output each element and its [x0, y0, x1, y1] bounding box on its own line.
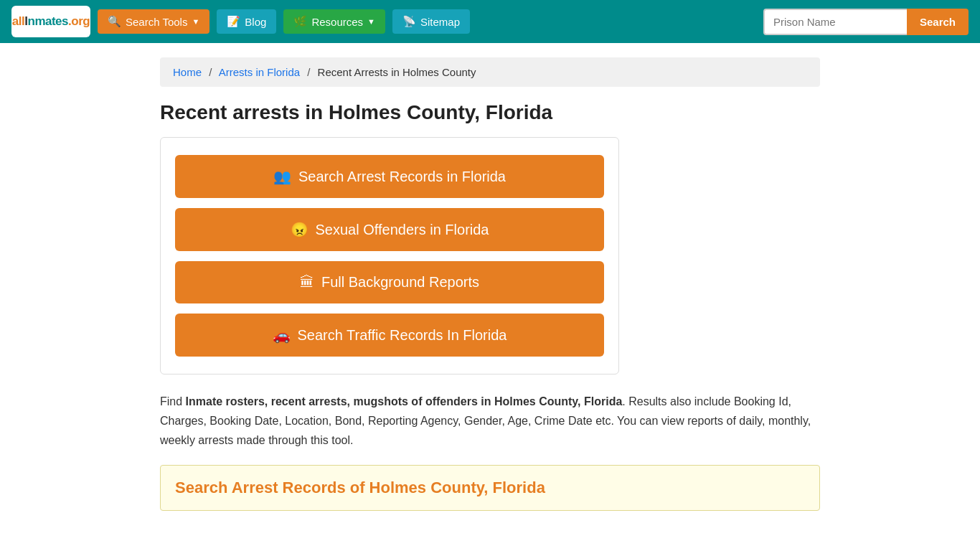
action-buttons-card: 👥 Search Arrest Records in Florida 😠 Sex…: [160, 137, 619, 375]
sexual-offenders-button[interactable]: 😠 Sexual Offenders in Florida: [175, 208, 604, 251]
prison-search-button[interactable]: Search: [907, 9, 969, 35]
search-tools-icon: 🔍: [108, 15, 121, 28]
breadcrumb-arrests[interactable]: Arrests in Florida: [219, 66, 300, 78]
background-reports-button[interactable]: 🏛 Full Background Reports: [175, 261, 604, 303]
resources-icon: 🌿: [293, 15, 307, 28]
breadcrumb-current: Recent Arrests in Holmes County: [318, 66, 476, 78]
blog-button[interactable]: 📝 Blog: [217, 9, 276, 34]
description-bold: Inmate rosters, recent arrests, mugshots…: [186, 395, 623, 408]
search-tools-arrow: ▼: [192, 17, 199, 26]
resources-button[interactable]: 🌿 Resources ▼: [283, 9, 385, 34]
sitemap-button[interactable]: 📡 Sitemap: [392, 9, 470, 34]
background-reports-label: Full Background Reports: [321, 274, 479, 291]
traffic-records-button[interactable]: 🚗 Search Traffic Records In Florida: [175, 314, 604, 357]
breadcrumb: Home / Arrests in Florida / Recent Arres…: [160, 57, 820, 87]
search-section: Search Arrest Records of Holmes County, …: [160, 465, 820, 511]
search-tools-label: Search Tools: [126, 16, 187, 28]
site-header: allInmates.org 🔍 Search Tools ▼ 📝 Blog 🌿…: [0, 0, 980, 43]
resources-label: Resources: [311, 16, 363, 28]
search-tools-button[interactable]: 🔍 Search Tools ▼: [98, 9, 209, 34]
breadcrumb-home[interactable]: Home: [173, 66, 202, 78]
resources-arrow: ▼: [367, 17, 375, 26]
breadcrumb-sep-1: /: [209, 66, 212, 78]
arrest-records-label: Search Arrest Records in Florida: [298, 169, 506, 185]
search-button-label: Search: [920, 16, 956, 28]
blog-label: Blog: [245, 16, 266, 28]
breadcrumb-sep-2: /: [307, 66, 310, 78]
prison-search-bar: Search: [763, 9, 969, 35]
sitemap-icon: 📡: [402, 15, 416, 28]
background-reports-icon: 🏛: [300, 274, 314, 291]
prison-search-input[interactable]: [763, 9, 907, 35]
sexual-offenders-icon: 😠: [291, 221, 308, 238]
logo-org: org: [71, 14, 90, 29]
site-logo[interactable]: allInmates.org: [11, 6, 90, 37]
traffic-records-label: Search Traffic Records In Florida: [298, 327, 507, 344]
search-section-title: Search Arrest Records of Holmes County, …: [175, 479, 805, 497]
traffic-records-icon: 🚗: [273, 326, 291, 344]
sexual-offenders-label: Sexual Offenders in Florida: [316, 222, 489, 238]
description-intro: Find: [160, 395, 186, 408]
blog-icon: 📝: [227, 15, 240, 28]
page-title: Recent arrests in Holmes County, Florida: [160, 101, 820, 124]
search-arrest-records-button[interactable]: 👥 Search Arrest Records in Florida: [175, 155, 604, 198]
description-paragraph: Find Inmate rosters, recent arrests, mug…: [160, 392, 820, 451]
main-content: Home / Arrests in Florida / Recent Arres…: [146, 43, 834, 525]
arrest-records-icon: 👥: [273, 168, 291, 185]
logo-nmates: nmates: [28, 14, 69, 29]
logo-all: all: [12, 14, 24, 29]
sitemap-label: Sitemap: [420, 16, 460, 28]
